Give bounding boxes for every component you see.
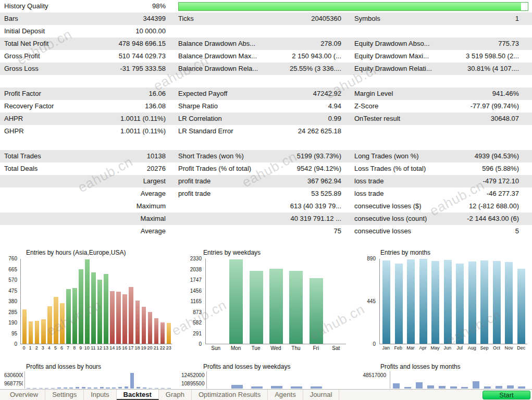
stat-value: 47242.92 bbox=[265, 88, 341, 100]
x-tick-label: Feb bbox=[392, 345, 405, 351]
tab[interactable]: Inputs bbox=[84, 390, 116, 400]
tab[interactable]: Overview bbox=[3, 390, 45, 400]
tab[interactable]: Journal bbox=[303, 390, 340, 400]
stat-value: -479 172.10 bbox=[443, 175, 519, 188]
bars-group bbox=[391, 371, 527, 389]
bar-Tue bbox=[246, 259, 266, 344]
y-tick-label: 475 bbox=[8, 289, 17, 294]
stat-label: Short Trades (won %) bbox=[166, 150, 265, 162]
x-tick-label: Thu bbox=[286, 345, 306, 351]
bar-14 bbox=[109, 259, 116, 344]
table-row: Gross Loss -31 795 333.58 Balance Drawdo… bbox=[0, 63, 532, 75]
stat-value: 344399 bbox=[83, 12, 166, 25]
bar-7 bbox=[65, 259, 71, 344]
bars-group bbox=[206, 259, 346, 344]
bar bbox=[326, 371, 346, 389]
bar bbox=[129, 371, 135, 389]
y-tick-label: 95 bbox=[11, 331, 17, 336]
bar bbox=[111, 371, 117, 389]
bars-group bbox=[26, 371, 172, 389]
stat-value: 941.46% bbox=[443, 88, 519, 100]
plot-area bbox=[24, 371, 172, 389]
bar-Mar bbox=[405, 259, 417, 344]
bar bbox=[402, 371, 414, 389]
stat-label: Ticks bbox=[166, 12, 265, 25]
stat-label: OnTester result bbox=[341, 113, 443, 125]
y-tick-label: 380 bbox=[8, 299, 17, 304]
bar bbox=[459, 371, 471, 389]
stat-label: consecutive losses bbox=[341, 225, 443, 238]
table-row: Initial Deposit 10 000.00 bbox=[0, 25, 532, 38]
tab[interactable]: Backtest bbox=[117, 390, 159, 400]
stat-value: Average bbox=[83, 225, 166, 238]
bar-Thu bbox=[286, 259, 306, 344]
y-tick-label: 48517000 bbox=[358, 371, 388, 380]
y-tick-label: 1747 bbox=[190, 278, 202, 283]
bar-Feb bbox=[393, 259, 405, 344]
bar-Nov bbox=[503, 259, 515, 344]
bars-group bbox=[207, 371, 346, 389]
x-tick-label: Nov bbox=[503, 345, 515, 351]
y-axis: 48517000 bbox=[358, 371, 388, 380]
y-tick-label: 665 bbox=[8, 267, 17, 272]
x-tick-label: Tue bbox=[246, 345, 266, 351]
x-tick-label: 6 bbox=[58, 345, 65, 351]
x-tick-label: 15 bbox=[115, 345, 121, 351]
x-axis: JanFebMarAprMayJunJulAugSepOctNovDec bbox=[380, 345, 527, 351]
chart-title: Profits and losses by months bbox=[380, 363, 528, 371]
tab[interactable]: Agents bbox=[268, 390, 303, 400]
bar bbox=[50, 371, 56, 389]
bar-2 bbox=[34, 259, 40, 344]
history-quality-row: History Quality 98% bbox=[0, 0, 532, 12]
tab[interactable]: Optimization Results bbox=[192, 390, 268, 400]
bar-1 bbox=[28, 259, 34, 344]
stat-label: Recovery Factor bbox=[0, 100, 83, 113]
stat-value: 3 519 598.50 (2... bbox=[443, 50, 519, 63]
bottom-tab-bar: Overview Settings Inputs Backtest Graph … bbox=[0, 389, 532, 400]
stat-value: Maximal bbox=[83, 213, 166, 225]
x-tick-label: 21 bbox=[153, 345, 159, 351]
bar-16 bbox=[122, 259, 128, 344]
bar bbox=[123, 371, 129, 389]
stat-value: -31 795 333.58 bbox=[83, 63, 166, 75]
bar bbox=[80, 371, 86, 389]
bar-15 bbox=[116, 259, 122, 344]
stat-value: 613 (40 319 79... bbox=[265, 200, 341, 213]
chart-entries-by-hours: Entries by hours (Asia,Europe,USA) 76066… bbox=[4, 249, 173, 360]
bar bbox=[448, 371, 459, 389]
stats-table: History Quality 98% Bars 344399 Ticks 20… bbox=[0, 0, 532, 238]
bar-Oct bbox=[491, 259, 503, 344]
stat-label: loss trade bbox=[341, 188, 443, 200]
bar-0 bbox=[21, 259, 28, 344]
bar bbox=[68, 371, 75, 389]
bar bbox=[159, 371, 166, 389]
tab-list: Overview Settings Inputs Backtest Graph … bbox=[0, 390, 339, 400]
x-tick-label: 12 bbox=[96, 345, 103, 351]
table-row: Bars 344399 Ticks 20405360 Symbols 1 bbox=[0, 12, 532, 25]
bar bbox=[166, 371, 172, 389]
tab[interactable]: Settings bbox=[45, 390, 84, 400]
plot-wrap: 48517000 bbox=[358, 371, 528, 389]
y-tick-label: 291 bbox=[193, 331, 202, 336]
bar bbox=[482, 371, 493, 389]
x-tick-label: 20 bbox=[147, 345, 153, 351]
y-tick-label: 6306000 bbox=[4, 371, 23, 380]
stat-label: Total Deals bbox=[0, 162, 83, 175]
bar bbox=[504, 371, 516, 389]
progress-fill bbox=[179, 3, 521, 10]
stat-label: Equity Drawdown Maxi... bbox=[341, 50, 443, 63]
stat-value: 510 744 029.73 bbox=[83, 50, 166, 63]
start-button[interactable]: Start bbox=[482, 391, 530, 399]
x-tick-label: Jul bbox=[453, 345, 466, 351]
x-tick-label: Jun bbox=[441, 345, 454, 351]
stat-value: 5 bbox=[443, 225, 519, 238]
stat-label: LR Standard Error bbox=[166, 125, 265, 138]
bars-group bbox=[21, 259, 172, 344]
bar bbox=[207, 371, 227, 389]
tab[interactable]: Graph bbox=[159, 390, 192, 400]
stat-label: consecutive losses ($) bbox=[341, 200, 443, 213]
chart-title: Entries by weekdays bbox=[203, 249, 347, 257]
y-tick-label: 582 bbox=[193, 320, 202, 326]
x-tick-label: 13 bbox=[103, 345, 109, 351]
x-tick-label: 17 bbox=[128, 345, 134, 351]
